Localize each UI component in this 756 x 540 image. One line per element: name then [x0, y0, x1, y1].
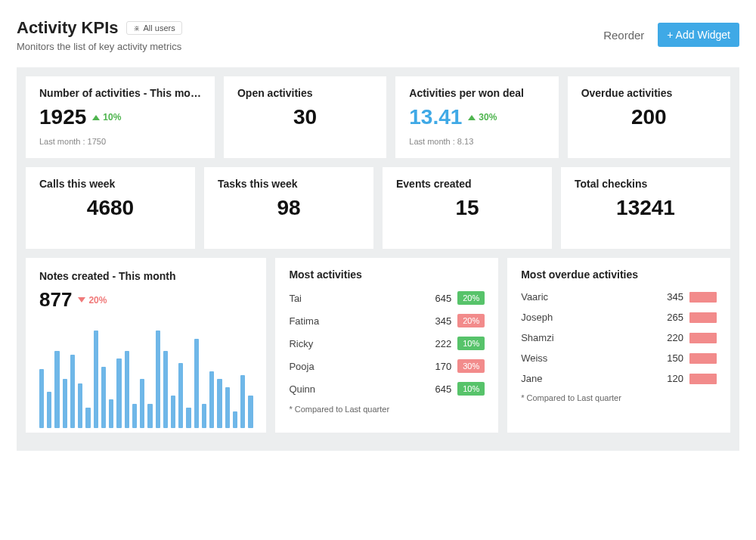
- rank-value: 220: [650, 332, 683, 343]
- card-tasks-week[interactable]: Tasks this week 98: [204, 167, 373, 249]
- delta-value: 20%: [88, 295, 107, 306]
- triangle-down-icon: [78, 297, 85, 303]
- card-notes-created[interactable]: Notes created - This month 877 20%: [26, 258, 266, 433]
- page-title: Activity KPIs: [17, 18, 119, 38]
- rank-name: Ricky: [289, 338, 418, 349]
- rank-name: Tai: [289, 293, 418, 304]
- rank-value: 645: [418, 293, 451, 304]
- chart-bar: [39, 369, 44, 428]
- card-calls-week[interactable]: Calls this week 4680: [26, 167, 195, 249]
- rank-name: Quinn: [289, 383, 418, 395]
- chart-bar: [132, 404, 137, 428]
- filter-all-users[interactable]: ⛯ All users: [126, 21, 182, 35]
- bar-chip: [689, 292, 717, 303]
- card-title: Overdue activities: [581, 87, 717, 99]
- delta-value: 30%: [479, 112, 497, 123]
- chart-bar: [85, 408, 90, 428]
- rank-value: 150: [650, 352, 683, 364]
- pct-badge: 20%: [457, 291, 485, 305]
- chart-bar: [240, 375, 245, 428]
- chart-bar: [116, 358, 121, 428]
- card-title: Most overdue activities: [521, 268, 717, 281]
- chart-bar: [156, 331, 160, 428]
- rank-row: Tai64520%: [289, 287, 485, 309]
- delta-value: 10%: [103, 112, 121, 123]
- bar-chip: [689, 333, 717, 343]
- reorder-button[interactable]: Reorder: [603, 29, 644, 42]
- chart-bar: [178, 363, 183, 428]
- rank-value: 170: [418, 361, 451, 372]
- card-title: Open activities: [237, 87, 373, 99]
- rank-value: 222: [418, 338, 451, 349]
- footnote: Compared to Last quarter: [521, 393, 717, 402]
- metric-value: 877: [39, 288, 72, 312]
- card-most-activities[interactable]: Most activities Tai64520%Fatima34520%Ric…: [275, 258, 498, 433]
- users-icon: ⛯: [133, 24, 141, 33]
- bar-chip: [689, 374, 717, 384]
- chart-bar: [140, 379, 144, 428]
- card-total-checkins[interactable]: Total checkins 13241: [561, 167, 730, 249]
- rank-name: Shamzi: [521, 332, 650, 343]
- card-title: Activities per won deal: [409, 87, 544, 99]
- chart-bar: [233, 411, 237, 428]
- card-events-created[interactable]: Events created 15: [383, 167, 552, 249]
- metric-value: 98: [218, 196, 360, 220]
- chart-bar: [78, 383, 82, 428]
- card-most-overdue[interactable]: Most overdue activities Vaaric345Joseph2…: [507, 258, 730, 433]
- metric-value: 200: [581, 105, 717, 129]
- chart-bar: [225, 387, 230, 428]
- rank-value: 345: [650, 291, 683, 303]
- card-num-activities[interactable]: Number of activities - This mo… 1925 10%…: [26, 76, 215, 158]
- chart-bar: [209, 371, 214, 428]
- chart-bar: [194, 339, 199, 428]
- chart-bar: [63, 379, 67, 428]
- rank-name: Vaaric: [521, 291, 650, 303]
- chart-bar: [94, 331, 98, 428]
- card-per-won-deal[interactable]: Activities per won deal 13.41 30% Last m…: [395, 76, 558, 158]
- metric-value: 1925: [39, 105, 86, 129]
- rank-value: 345: [418, 315, 451, 327]
- rank-name: Weiss: [521, 352, 650, 364]
- rank-value: 120: [650, 373, 683, 384]
- chart-bar: [70, 355, 75, 428]
- delta-up: 10%: [92, 112, 121, 123]
- rank-row: Weiss150: [521, 348, 717, 368]
- delta-down: 20%: [78, 295, 107, 306]
- card-title: Tasks this week: [218, 178, 360, 190]
- card-open-activities[interactable]: Open activities 30: [224, 76, 386, 158]
- rank-row: Vaaric345: [521, 287, 717, 307]
- card-title: Events created: [396, 178, 538, 190]
- rank-name: Jane: [521, 373, 650, 384]
- card-overdue[interactable]: Overdue activities 200: [568, 76, 730, 158]
- rank-row: Shamzi220: [521, 327, 717, 348]
- metric-value: 13.41: [409, 105, 462, 129]
- previous-value: Last month : 1750: [39, 137, 201, 146]
- pct-badge: 10%: [457, 337, 485, 350]
- metric-value: 15: [396, 196, 538, 220]
- pct-badge: 10%: [457, 382, 485, 396]
- chart-bar: [54, 351, 59, 428]
- chart-bar: [186, 408, 191, 428]
- chart-bar: [171, 396, 175, 428]
- chart-bar: [101, 367, 106, 428]
- add-widget-button[interactable]: + Add Widget: [658, 23, 739, 47]
- triangle-up-icon: [92, 115, 100, 120]
- chart-bar: [109, 399, 113, 428]
- rank-row: Quinn64510%: [289, 377, 485, 400]
- rank-row: Fatima34520%: [289, 309, 485, 332]
- pct-badge: 20%: [457, 314, 485, 327]
- rank-value: 265: [650, 312, 683, 323]
- card-title: Notes created - This month: [39, 270, 253, 282]
- delta-up: 30%: [468, 112, 497, 123]
- chart-bar: [202, 404, 206, 428]
- card-title: Number of activities - This mo…: [39, 87, 201, 99]
- chart-bar: [147, 404, 152, 428]
- rank-name: Joseph: [521, 312, 650, 323]
- card-title: Total checkins: [575, 178, 717, 190]
- rank-row: Pooja17030%: [289, 355, 485, 377]
- bar-chip: [689, 353, 717, 364]
- metric-value: 30: [237, 105, 373, 129]
- rank-row: Ricky22210%: [289, 332, 485, 355]
- rank-value: 645: [418, 383, 451, 395]
- card-title: Calls this week: [39, 178, 181, 190]
